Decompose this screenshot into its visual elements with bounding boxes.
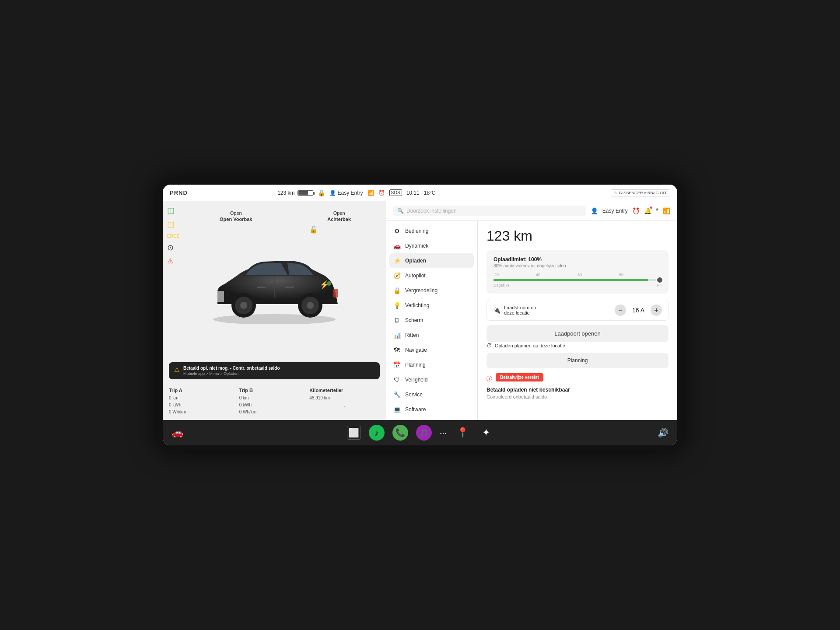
settings-body: ⚙ Bediening 🚗 Dynamiek ⚡ Opladen 🧭 [386, 221, 677, 420]
warning-banner: ⚠ Betaald opl. niet mog. - Contr. onbeta… [169, 362, 380, 379]
laadpoort-button[interactable]: Laadpoort openen [486, 325, 668, 342]
software-label: Software [405, 406, 426, 413]
veiligheid-label: Veiligheid [405, 377, 427, 383]
planning-button[interactable]: Planning [486, 353, 668, 368]
taskbar-app-spotify[interactable]: ♪ [369, 425, 385, 441]
range-display: 123 km [486, 228, 668, 244]
battery-info: 123 km [277, 190, 313, 196]
main-content: ◫ ◫ EDGE ⊙ ⚠ Open Open Voorbak Open Acht… [163, 201, 677, 420]
scale-20: 20 [494, 273, 499, 277]
charge-handle[interactable] [656, 276, 663, 284]
service-icon: 🔧 [393, 391, 401, 398]
scherm-label: Scherm [405, 317, 423, 323]
menu-item-veiligheid[interactable]: 🛡 Veiligheid [386, 372, 477, 387]
charge-tab-rit[interactable]: Rit [657, 283, 662, 287]
menu-item-verlichting[interactable]: 💡 Verlichting [386, 298, 477, 313]
trip-a-label: Trip A [169, 388, 239, 393]
planning-section: ⏱ Opladen plannen op deze locatie Planni… [486, 342, 668, 399]
scale-60: 60 [578, 273, 582, 277]
menu-item-ritten[interactable]: 📊 Ritten [386, 328, 477, 343]
charge-limit-label: Oplaadlimiet: 100% [494, 256, 662, 262]
alarm-header-icon[interactable]: ⏰ [632, 207, 640, 214]
trip-b-label: Trip B [239, 388, 310, 393]
car-lock-icon[interactable]: 🔓 [309, 225, 318, 234]
search-placeholder: Doorzoek instellingen [406, 208, 457, 214]
current-decrease-button[interactable]: − [615, 304, 626, 316]
service-label: Service [405, 392, 423, 398]
current-increase-button[interactable]: + [651, 304, 662, 316]
planning-check-label: Opladen plannen op deze locatie [495, 343, 565, 348]
menu-item-planning[interactable]: 📅 Planning [386, 357, 477, 372]
wifi-header-icon[interactable]: 📶 [663, 207, 670, 214]
warning-sub: Mobiele app > Menu > Opladen [183, 371, 374, 376]
open-hood-text-name: Open Voorbak [220, 216, 252, 222]
odometer-col: Kilometerteller 45.919 km · [309, 388, 380, 416]
dynamiek-icon: 🚗 [393, 242, 401, 249]
trip-a-values: 0 km 0 kWh 0 Wh/km [169, 395, 239, 416]
menu-item-vergrendeling[interactable]: 🔒 Vergrendeling [386, 283, 477, 298]
menu-item-software[interactable]: 💻 Software [386, 402, 477, 417]
betaal-title: Betaald opladen niet beschikbaar [486, 387, 668, 393]
scale-40: 40 [536, 273, 540, 277]
settings-header-right: 👤 Easy Entry ⏰ 🔔 * 📶 [591, 207, 670, 215]
taskbar-app-maps[interactable]: 📍 [455, 425, 470, 441]
temperature-display: 18°C [424, 190, 436, 196]
charge-rec: 80% aanbevolen voor dagelijks rijden [494, 263, 662, 268]
taskbar-app-phone[interactable]: 📞 [392, 425, 408, 441]
open-hood-text-open: Open [220, 210, 252, 216]
open-trunk-text-open: Open [327, 210, 351, 216]
taskbar-app-games[interactable]: ✦ [478, 425, 494, 441]
menu-item-dynamiek[interactable]: 🚗 Dynamiek [386, 238, 477, 253]
alarm-icon: ⏰ [378, 190, 385, 196]
easy-entry-status-badge: 👤 Easy Entry [329, 190, 363, 196]
charge-bar-track[interactable] [494, 279, 662, 281]
menu-item-opladen[interactable]: ⚡ Opladen [389, 253, 474, 268]
volume-icon[interactable]: 🔊 [658, 427, 668, 438]
airbag-icon: ⊙ [613, 191, 617, 195]
bediening-label: Bediening [405, 228, 428, 234]
taskbar-more-apps[interactable]: ··· [440, 428, 447, 438]
settings-panel: 🔍 Doorzoek instellingen 👤 Easy Entry ⏰ 🔔 [386, 201, 677, 420]
menu-item-navigatie[interactable]: 🗺 Navigatie [386, 343, 477, 357]
open-trunk-label[interactable]: Open Achterbak [327, 210, 351, 223]
verlichting-label: Verlichting [405, 302, 429, 308]
charge-tab-dagelijks[interactable]: Dagelijks [494, 283, 510, 287]
current-value: 16 A [632, 307, 644, 314]
opladen-label: Opladen [405, 258, 426, 264]
taskbar-app-music[interactable]: 🎵 [416, 425, 432, 441]
menu-item-bediening[interactable]: ⚙ Bediening [386, 224, 477, 238]
search-box[interactable]: 🔍 Doorzoek instellingen [393, 206, 586, 216]
verlichting-icon: 💡 [393, 302, 401, 309]
betaal-sub: Controleerd onbetaald saldo [486, 394, 668, 399]
software-icon: 💻 [393, 406, 401, 413]
menu-item-scherm[interactable]: 🖥 Scherm [386, 313, 477, 328]
menu-item-service[interactable]: 🔧 Service [386, 387, 477, 402]
scale-80: 80 [619, 273, 623, 277]
veiligheid-icon: 🛡 [393, 376, 401, 383]
battery-km: 123 km [277, 190, 294, 196]
svg-point-6 [307, 302, 314, 309]
planning-icon: 📅 [393, 361, 401, 368]
bluetooth-icon[interactable]: * [656, 207, 658, 215]
battery-fill [298, 191, 308, 195]
menu-item-autopilot[interactable]: 🧭 Autopilot [386, 268, 477, 283]
airbag-label: PASSENGER AIRBAG OFF [619, 191, 668, 195]
trip-b-kwh: 0 kWh [239, 402, 310, 409]
svg-rect-10 [333, 289, 338, 298]
passenger-airbag-indicator: ⊙ PASSENGER AIRBAG OFF [611, 189, 670, 196]
search-icon: 🔍 [397, 208, 404, 214]
clock-display: 10:11 [406, 190, 420, 196]
notifications-icon[interactable]: 🔔 [644, 207, 651, 214]
warning-text: Betaald opl. niet mog. - Contr. onbetaal… [183, 366, 374, 376]
status-bar: PRND 123 km 🔒 👤 Easy Entry 📶 ⏰ SOS 10:11 [163, 185, 677, 201]
trip-a-col: Trip A 0 km 0 kWh 0 Wh/km [169, 388, 239, 416]
trip-b-col: Trip B 0 km 0 kWh 0 Wh/km [239, 388, 310, 416]
svg-rect-9 [285, 287, 294, 288]
easy-entry-header-label: Easy Entry [602, 208, 628, 214]
open-hood-label[interactable]: Open Open Voorbak [220, 210, 252, 223]
charge-card: Oplaadlimiet: 100% 80% aanbevolen voor d… [486, 250, 668, 294]
current-label-text: Laadstroom op deze locatie [504, 305, 536, 315]
taskbar-car-icon[interactable]: 🚗 [172, 427, 183, 438]
taskbar-app-screen[interactable]: ⬜ [347, 426, 361, 440]
wifi-status-icon: 📶 [368, 190, 374, 196]
